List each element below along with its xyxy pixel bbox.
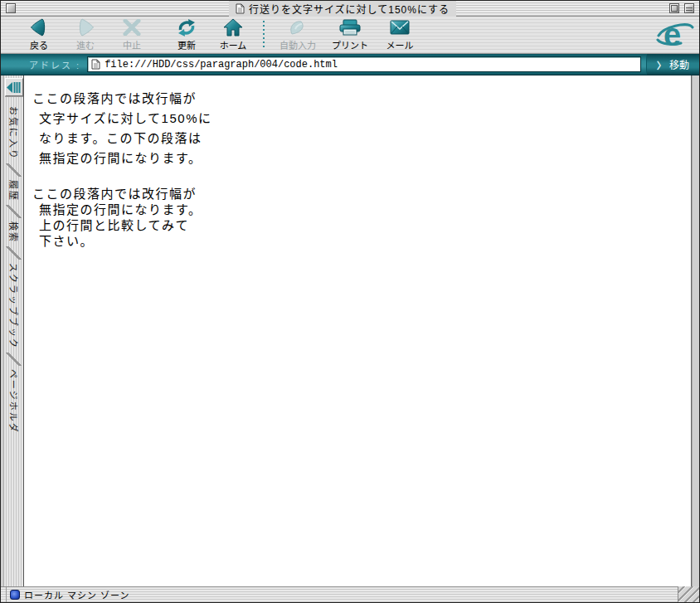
content-line: なります。この下の段落は (32, 129, 683, 148)
sidebar-tab-search[interactable]: 検索 (7, 218, 21, 246)
status-divider (6, 587, 7, 602)
sidebar-tab-separator (6, 205, 22, 218)
toolbar: 戻る 進む 中止 (1, 17, 699, 54)
home-icon (223, 17, 243, 37)
title-bar-center: 行送りを文字サイズに対して150%にする (21, 1, 664, 17)
go-chevron-icon: 〉 (657, 58, 666, 71)
forward-button: 進む (62, 17, 109, 51)
status-bar: ローカル マシン ゾーン (1, 586, 699, 602)
stop-label: 中止 (123, 38, 141, 51)
mail-label: メール (386, 38, 414, 51)
sidebar-tab-pageholder[interactable]: ページホルダ (7, 366, 21, 437)
sidebar-tab-separator (6, 353, 22, 366)
address-input[interactable]: file:///HDD/css/paragraph/004/code.html (87, 56, 641, 72)
refresh-button[interactable]: 更新 (163, 17, 210, 51)
content-line: 無指定の行間になります。 (32, 148, 683, 168)
title-bar[interactable]: 行送りを文字サイズに対して150%にする (1, 1, 699, 17)
collapse-sidebar-button[interactable] (5, 78, 23, 96)
paragraph-line-height-150: ここの段落内では改行幅が 文字サイズに対して150%に なります。この下の段落は… (32, 89, 683, 168)
mail-icon (390, 17, 410, 37)
internet-explorer-logo: e (656, 17, 694, 52)
print-label: プリント (332, 38, 368, 51)
content-line: 文字サイズに対して150%に (32, 109, 683, 129)
home-button[interactable]: ホーム (210, 17, 256, 51)
window-resize-grip[interactable] (678, 586, 699, 603)
address-label: アドレス : (29, 58, 80, 71)
collapse-window-button[interactable] (684, 3, 694, 13)
content-line: 無指定の行間になります。 (32, 202, 683, 217)
home-label: ホーム (220, 38, 247, 51)
back-icon (29, 17, 49, 37)
content-line: ここの段落内では改行幅が (32, 186, 683, 202)
back-button[interactable]: 戻る (16, 17, 62, 51)
stop-icon (123, 17, 141, 37)
window-frame-right (692, 75, 699, 586)
paragraph-line-height-default: ここの段落内では改行幅が 無指定の行間になります。 上の行間と比較してみて 下さ… (32, 186, 683, 249)
go-label: 移動 (669, 57, 689, 71)
print-button[interactable]: プリント (324, 17, 376, 51)
content-line: 下さい。 (32, 233, 683, 249)
stop-button: 中止 (109, 17, 155, 51)
address-url: file:///HDD/css/paragraph/004/code.html (105, 59, 338, 71)
page-document-icon (236, 3, 245, 14)
window-title: 行送りを文字サイズに対して150%にする (249, 2, 450, 16)
go-button[interactable]: 〉 移動 (646, 54, 699, 75)
content-line: ここの段落内では改行幅が (32, 89, 683, 109)
refresh-label: 更新 (177, 38, 196, 51)
sidebar-tab-scrapbook[interactable]: スクラップブック (7, 260, 21, 353)
sidebar-tab-separator (6, 246, 22, 260)
back-label: 戻る (30, 38, 48, 51)
security-zone-icon (10, 590, 20, 600)
svg-text:e: e (664, 17, 681, 52)
refresh-icon (177, 17, 197, 37)
browser-window: 行送りを文字サイズに対して150%にする 戻る 進む (0, 0, 700, 603)
collapse-sidebar-icon (7, 82, 21, 93)
main-area: お気に入り 履歴 検索 スクラップブック ページホルダ ここの段落内では改行幅が… (1, 75, 699, 586)
forward-label: 進む (76, 38, 95, 51)
print-icon (339, 17, 361, 37)
sidebar-tab-separator (6, 163, 22, 177)
autofill-button: 自動入力 (271, 17, 324, 51)
close-window-button[interactable] (6, 3, 16, 13)
toolbar-separator (263, 21, 265, 49)
autofill-label: 自動入力 (280, 38, 316, 51)
sidebar-tab-favorites[interactable]: お気に入り (7, 103, 21, 163)
url-document-icon (91, 59, 100, 70)
content-line: 上の行間と比較してみて (32, 217, 683, 233)
mail-button[interactable]: メール (376, 17, 424, 51)
sidebar: お気に入り 履歴 検索 スクラップブック ページホルダ (4, 75, 24, 586)
address-bar: アドレス : file:///HDD/css/paragraph/004/cod… (1, 54, 699, 75)
page-content: ここの段落内では改行幅が 文字サイズに対して150%に なります。この下の段落は… (24, 75, 692, 586)
autofill-icon (288, 17, 308, 37)
sidebar-tab-history[interactable]: 履歴 (7, 177, 21, 205)
forward-icon (75, 17, 95, 37)
zoom-window-button[interactable] (669, 3, 679, 13)
status-text: ローカル マシン ゾーン (24, 588, 130, 601)
